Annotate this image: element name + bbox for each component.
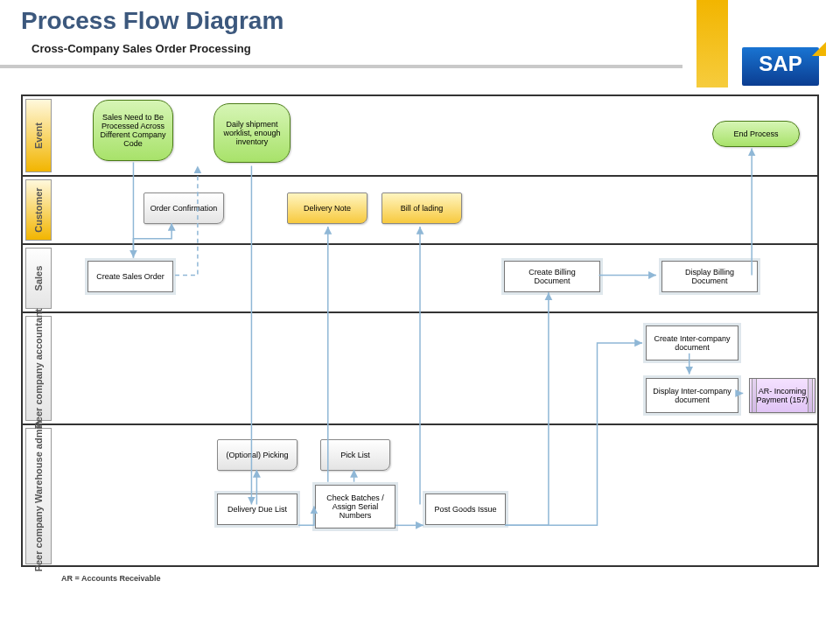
page-title: Process Flow Diagram: [21, 7, 284, 35]
lane-label-accountant: Peer company accountant: [25, 316, 52, 421]
process-display-billing-document: Display Billing Document: [662, 261, 758, 292]
process-display-intercompany-doc: Display Inter-company document: [646, 378, 738, 413]
event-end: End Process: [712, 121, 800, 147]
lane-accountant: Peer company accountant Create Inter-com…: [23, 313, 817, 425]
process-check-batches: Check Batches / Assign Serial Numbers: [315, 485, 396, 528]
process-delivery-due-list: Delivery Due List: [217, 494, 298, 525]
subprocess-ar-incoming-payment: AR- Incoming Payment (157): [749, 378, 816, 413]
doc-pick-list: Pick List: [320, 439, 390, 471]
title-underline: [0, 65, 682, 68]
doc-delivery-note: Delivery Note: [287, 192, 368, 224]
lane-label-sales: Sales: [25, 248, 52, 309]
doc-optional-picking: (Optional) Picking: [217, 439, 298, 471]
footnote: AR = Accounts Receivable: [61, 574, 160, 583]
swimlane-canvas: Event Sales Need to Be Processed Across …: [21, 94, 819, 567]
event-start: Sales Need to Be Processed Across Differ…: [93, 100, 173, 161]
doc-bill-of-lading: Bill of lading: [382, 192, 462, 224]
lane-warehouse: Peer company Warehouse admin (Optional) …: [23, 425, 817, 567]
lane-label-event: Event: [25, 99, 52, 172]
lane-event: Event Sales Need to Be Processed Across …: [23, 96, 817, 177]
lane-label-customer: Customer: [25, 179, 52, 241]
doc-order-confirmation: Order Confirmation: [144, 192, 224, 224]
lane-label-warehouse: Peer company Warehouse admin: [25, 428, 52, 564]
lane-sales: Sales Create Sales Order Create Billing …: [23, 245, 817, 313]
event-daily-shipment: Daily shipment worklist, enough inventor…: [214, 103, 290, 163]
sap-logo: SAP: [742, 47, 819, 86]
brand-accent-bar: [696, 0, 728, 88]
page-subtitle: Cross-Company Sales Order Processing: [32, 42, 251, 55]
process-create-intercompany-doc: Create Inter-company document: [646, 326, 738, 360]
process-create-sales-order: Create Sales Order: [88, 261, 173, 292]
lane-customer: Customer Order Confirmation Delivery Not…: [23, 177, 817, 245]
process-create-billing-document: Create Billing Document: [504, 261, 600, 292]
process-post-goods-issue: Post Goods Issue: [425, 494, 506, 525]
